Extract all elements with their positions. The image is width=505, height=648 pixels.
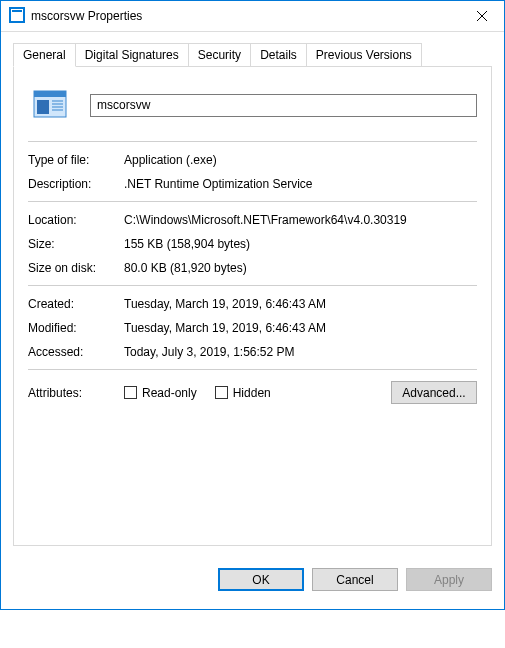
tab-strip: General Digital Signatures Security Deta… <box>13 43 492 67</box>
description-label: Description: <box>28 177 124 191</box>
filename-row <box>28 83 477 127</box>
row-description: Description: .NET Runtime Optimization S… <box>28 177 477 191</box>
general-panel: Type of file: Application (.exe) Descrip… <box>13 66 492 546</box>
svg-rect-7 <box>37 100 49 114</box>
readonly-checkbox[interactable] <box>124 386 137 399</box>
content-area: General Digital Signatures Security Deta… <box>1 32 504 558</box>
tab-security[interactable]: Security <box>188 43 251 67</box>
size-on-disk-value: 80.0 KB (81,920 bytes) <box>124 261 477 275</box>
divider <box>28 285 477 287</box>
row-location: Location: C:\Windows\Microsoft.NET\Frame… <box>28 213 477 227</box>
filename-input[interactable] <box>90 94 477 117</box>
tab-digital-signatures[interactable]: Digital Signatures <box>75 43 189 67</box>
properties-window: mscorsvw Properties General Digital Sign… <box>0 0 505 610</box>
accessed-label: Accessed: <box>28 345 124 359</box>
description-value: .NET Runtime Optimization Service <box>124 177 477 191</box>
location-value: C:\Windows\Microsoft.NET\Framework64\v4.… <box>124 213 477 227</box>
cancel-button[interactable]: Cancel <box>312 568 398 591</box>
close-button[interactable] <box>459 1 504 31</box>
size-on-disk-label: Size on disk: <box>28 261 124 275</box>
size-label: Size: <box>28 237 124 251</box>
row-type: Type of file: Application (.exe) <box>28 153 477 167</box>
svg-rect-2 <box>12 10 22 12</box>
row-size: Size: 155 KB (158,904 bytes) <box>28 237 477 251</box>
divider <box>28 201 477 203</box>
attributes-group: Read-only Hidden <box>124 386 391 400</box>
location-label: Location: <box>28 213 124 227</box>
titlebar-left: mscorsvw Properties <box>9 7 142 26</box>
window-title: mscorsvw Properties <box>31 9 142 23</box>
readonly-label: Read-only <box>142 386 197 400</box>
advanced-button[interactable]: Advanced... <box>391 381 477 404</box>
hidden-checkbox-wrap[interactable]: Hidden <box>215 386 271 400</box>
row-created: Created: Tuesday, March 19, 2019, 6:46:4… <box>28 297 477 311</box>
accessed-value: Today, July 3, 2019, 1:56:52 PM <box>124 345 477 359</box>
size-value: 155 KB (158,904 bytes) <box>124 237 477 251</box>
titlebar: mscorsvw Properties <box>1 1 504 32</box>
readonly-checkbox-wrap[interactable]: Read-only <box>124 386 197 400</box>
app-icon <box>9 7 25 26</box>
divider <box>28 369 477 371</box>
modified-label: Modified: <box>28 321 124 335</box>
tab-general[interactable]: General <box>13 43 76 67</box>
tab-details[interactable]: Details <box>250 43 307 67</box>
file-icon <box>28 83 72 127</box>
type-label: Type of file: <box>28 153 124 167</box>
ok-button[interactable]: OK <box>218 568 304 591</box>
row-accessed: Accessed: Today, July 3, 2019, 1:56:52 P… <box>28 345 477 359</box>
svg-rect-6 <box>34 91 66 97</box>
divider <box>28 141 477 143</box>
dialog-footer: OK Cancel Apply <box>1 558 504 609</box>
hidden-checkbox[interactable] <box>215 386 228 399</box>
attributes-label: Attributes: <box>28 386 124 400</box>
modified-value: Tuesday, March 19, 2019, 6:46:43 AM <box>124 321 477 335</box>
tab-previous-versions[interactable]: Previous Versions <box>306 43 422 67</box>
apply-button[interactable]: Apply <box>406 568 492 591</box>
type-value: Application (.exe) <box>124 153 477 167</box>
row-size-on-disk: Size on disk: 80.0 KB (81,920 bytes) <box>28 261 477 275</box>
created-label: Created: <box>28 297 124 311</box>
row-modified: Modified: Tuesday, March 19, 2019, 6:46:… <box>28 321 477 335</box>
row-attributes: Attributes: Read-only Hidden Advanced... <box>28 381 477 404</box>
created-value: Tuesday, March 19, 2019, 6:46:43 AM <box>124 297 477 311</box>
hidden-label: Hidden <box>233 386 271 400</box>
